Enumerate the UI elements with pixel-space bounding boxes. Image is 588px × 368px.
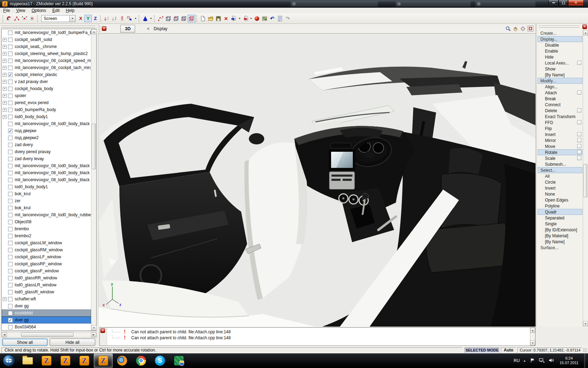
axis-y-button[interactable]: Y	[84, 15, 92, 22]
tree-item[interactable]: zad dvery levay	[2, 155, 91, 162]
tree-item[interactable]: +mit_lancerevoxgsr_08_cockpit_speed_min_	[2, 57, 91, 64]
new-file-button[interactable]	[199, 15, 207, 22]
undo-button[interactable]: ↶	[268, 15, 276, 22]
menu-edit[interactable]: Edit	[49, 8, 63, 13]
menu-options[interactable]: Options	[28, 8, 49, 13]
command-checkbox[interactable]	[577, 120, 581, 124]
primitives-cone-icon[interactable]	[141, 15, 149, 22]
command-create[interactable]: Create...	[538, 30, 582, 36]
tree-item[interactable]: mit_lancerevoxgsr_08_lod0_body_black	[2, 176, 91, 183]
viewport-grip[interactable]	[99, 25, 101, 32]
tree-item[interactable]: zad dvery	[2, 141, 91, 148]
tree-item[interactable]: Object08	[2, 218, 91, 225]
visibility-checkbox[interactable]	[8, 290, 13, 294]
command-all[interactable]: All	[538, 173, 582, 179]
visibility-checkbox[interactable]	[8, 283, 13, 287]
tree-item[interactable]: mit_lancerevoxgsr_08_lod0_bumperFa_bla	[2, 29, 91, 36]
auto-badge[interactable]: Auto	[501, 347, 516, 353]
command-attach[interactable]: Attach	[538, 90, 582, 96]
expand-icon[interactable]: +	[3, 52, 7, 56]
show-desktop-button[interactable]	[584, 353, 587, 368]
command-rotate[interactable]: Rotate	[538, 149, 582, 155]
visibility-checkbox[interactable]	[8, 136, 13, 140]
visibility-checkbox[interactable]	[8, 213, 13, 217]
command-panel-grip[interactable]	[539, 25, 580, 28]
tree-item[interactable]: mit_lancerevoxgsr_08_lod0_body_black	[2, 162, 91, 169]
visibility-checkbox[interactable]	[8, 30, 13, 35]
tree-item[interactable]: +✓cockpit_interior_plastic	[2, 71, 91, 78]
scroll-down-icon[interactable]: ▼	[583, 321, 588, 326]
scroll-down-icon[interactable]: ▼	[530, 340, 535, 346]
menu-help[interactable]: Help	[63, 8, 78, 13]
open-file-button[interactable]	[207, 15, 215, 22]
view-mode-3d-button[interactable]: 3D	[120, 25, 135, 33]
scrollbar-thumb[interactable]	[21, 332, 74, 337]
volume-icon[interactable]	[548, 357, 554, 364]
command-mirror[interactable]: Mirror	[538, 137, 582, 143]
objects-mode-cube-icon[interactable]	[188, 15, 195, 22]
taskbar-explorer[interactable]	[18, 354, 37, 368]
tree-item[interactable]: brembo	[2, 225, 91, 232]
command-submesh[interactable]: Submesh...	[538, 161, 582, 167]
tree-item[interactable]: +v zad pravay dver	[2, 78, 91, 85]
visibility-checkbox[interactable]	[8, 234, 13, 238]
network-icon[interactable]	[539, 357, 545, 364]
tree-horizontal-scrollbar[interactable]: ◀ ▶	[1, 332, 97, 338]
tree-item[interactable]: cockpit_glassLM_window	[2, 239, 91, 246]
redo-button[interactable]: ↷	[284, 15, 292, 22]
visibility-checkbox[interactable]	[8, 59, 13, 63]
command-none[interactable]: None	[538, 191, 582, 197]
chevron-down-icon[interactable]: ▼	[250, 17, 252, 20]
hide-all-button[interactable]: Hide all	[50, 339, 95, 346]
visibility-checkbox[interactable]	[8, 276, 13, 280]
visibility-checkbox[interactable]	[8, 297, 13, 301]
import-button[interactable]	[230, 15, 238, 22]
scroll-down-icon[interactable]: ▼	[91, 325, 97, 330]
path-nodes-icon[interactable]	[157, 15, 164, 22]
tree-item[interactable]: +spoler	[2, 92, 91, 99]
tree-item[interactable]: +lod0_body_body1	[2, 113, 91, 120]
command-display[interactable]: Display...	[538, 36, 582, 42]
tree-item[interactable]: bok_krul	[2, 190, 91, 197]
expand-icon[interactable]: +	[3, 73, 7, 77]
command-disable[interactable]: Disable	[538, 42, 582, 48]
tree-item[interactable]: +cockpit_seatL_chrome	[2, 43, 91, 50]
command-polyline[interactable]: Polyline	[538, 203, 582, 209]
command-checkbox[interactable]	[577, 138, 581, 142]
chevron-down-icon[interactable]: ▼	[150, 17, 152, 20]
expand-icon[interactable]: +	[3, 101, 7, 105]
command-by-name[interactable]: [By Name]	[538, 72, 582, 78]
visibility-checkbox[interactable]	[8, 164, 13, 168]
command-delete[interactable]: Delete	[538, 108, 582, 114]
taskbar-chrome[interactable]	[132, 354, 150, 368]
visibility-checkbox[interactable]: ✓	[8, 73, 13, 77]
tree-item[interactable]: cockpit_glassRF_window	[2, 260, 91, 267]
command-checkbox[interactable]	[577, 156, 581, 160]
visibility-checkbox[interactable]	[8, 178, 13, 182]
visibility-checkbox[interactable]	[8, 115, 13, 119]
visibility-checkbox[interactable]	[8, 157, 13, 161]
chevron-down-icon[interactable]: ▼	[134, 17, 137, 20]
resize-grip[interactable]	[583, 348, 587, 352]
start-button[interactable]	[2, 354, 15, 367]
maximize-button[interactable]	[559, 0, 568, 6]
tree-item[interactable]: lod0_glassRR_window	[2, 274, 91, 281]
command-by-name[interactable]: [By Name]	[538, 239, 582, 245]
tree-item[interactable]: lod0_glassLR_window	[2, 281, 91, 288]
vertex-select-icon[interactable]	[13, 15, 21, 22]
toolbar-grip[interactable]	[2, 15, 4, 22]
visibility-checkbox[interactable]	[8, 192, 13, 196]
tree-item[interactable]: ✓dver gg	[2, 316, 91, 323]
tree-item[interactable]: +lod0_bumperRa_body	[2, 106, 91, 113]
expand-icon[interactable]: +	[3, 87, 7, 91]
visibility-checkbox[interactable]	[8, 122, 13, 126]
expand-icon[interactable]: +	[3, 80, 7, 84]
tree-item[interactable]: +cockpit_hooda_body	[2, 85, 91, 92]
tree-item[interactable]: ✓под дверки	[2, 127, 91, 134]
visibility-checkbox[interactable]: ✓	[8, 129, 13, 133]
visibility-checkbox[interactable]	[8, 94, 13, 98]
command-quadr[interactable]: Quadr	[538, 209, 582, 215]
visibility-checkbox[interactable]	[8, 52, 13, 56]
expand-icon[interactable]: +	[3, 108, 7, 112]
visibility-checkbox[interactable]	[8, 248, 13, 252]
